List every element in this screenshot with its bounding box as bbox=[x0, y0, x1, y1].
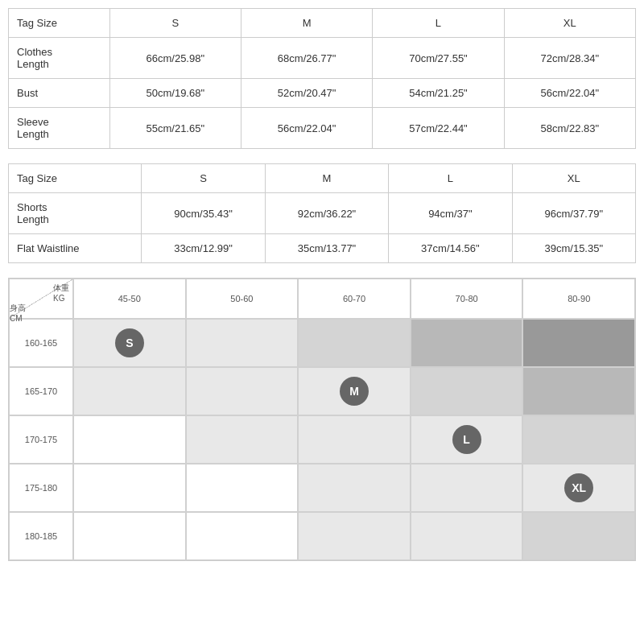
size-badge: L bbox=[452, 425, 481, 454]
size-value: 70cm/27.55" bbox=[373, 38, 504, 79]
chart-row-header: 160-165 bbox=[9, 319, 73, 367]
size-value: 66cm/25.98" bbox=[109, 38, 241, 79]
chart-data-cell bbox=[411, 512, 523, 560]
size-value: 33cm/12.99" bbox=[142, 234, 265, 263]
chart-data-cell bbox=[73, 464, 186, 512]
shorts-size-table: Tag SizeSMLXLShorts Length90cm/35.43"92c… bbox=[8, 163, 636, 263]
size-value: 92cm/36.22" bbox=[265, 193, 388, 234]
chart-col-header: 70-80 bbox=[411, 279, 523, 319]
chart-col-header: 45-50 bbox=[73, 279, 186, 319]
chart-data-cell: S bbox=[73, 319, 186, 367]
size-col-header: S bbox=[109, 9, 241, 38]
corner-height-label: 身高CM bbox=[10, 303, 26, 323]
size-value: 96cm/37.79" bbox=[512, 193, 635, 234]
row-label: Shorts Length bbox=[9, 193, 142, 234]
tag-size-header: Tag Size bbox=[9, 164, 142, 193]
chart-data-cell bbox=[186, 464, 299, 512]
size-value: 52cm/20.47" bbox=[241, 79, 372, 108]
size-badge: M bbox=[340, 377, 369, 406]
row-label: Sleeve Length bbox=[9, 108, 110, 149]
chart-data-cell bbox=[73, 367, 186, 415]
chart-data-cell bbox=[186, 512, 299, 560]
size-value: 68cm/26.77" bbox=[241, 38, 372, 79]
size-value: 94cm/37" bbox=[389, 193, 512, 234]
size-value: 58cm/22.83" bbox=[504, 108, 635, 149]
chart-data-cell: XL bbox=[522, 464, 635, 512]
chart-data-cell bbox=[522, 367, 635, 415]
size-badge: XL bbox=[564, 473, 593, 502]
chart-row-header: 175-180 bbox=[9, 464, 73, 512]
size-badge: S bbox=[115, 328, 144, 357]
row-label: Flat Waistline bbox=[9, 234, 142, 263]
chart-col-header: 50-60 bbox=[186, 279, 299, 319]
size-value: 55cm/21.65" bbox=[109, 108, 241, 149]
size-value: 56cm/22.04" bbox=[241, 108, 372, 149]
size-value: 90cm/35.43" bbox=[142, 193, 265, 234]
size-value: 57cm/22.44" bbox=[373, 108, 504, 149]
size-value: 54cm/21.25" bbox=[373, 79, 504, 108]
clothes-size-table: Tag SizeSMLXLClothes Length66cm/25.98"68… bbox=[8, 8, 636, 149]
chart-data-cell bbox=[298, 512, 411, 560]
chart-data-cell bbox=[411, 464, 523, 512]
size-col-header: S bbox=[142, 164, 265, 193]
chart-data-cell bbox=[186, 367, 299, 415]
chart-data-cell bbox=[298, 464, 411, 512]
chart-data-cell bbox=[73, 512, 186, 560]
chart-data-cell bbox=[298, 319, 411, 367]
chart-data-cell bbox=[186, 319, 299, 367]
size-value: 72cm/28.34" bbox=[504, 38, 635, 79]
chart-data-cell: M bbox=[298, 367, 411, 415]
size-value: 50cm/19.68" bbox=[109, 79, 241, 108]
chart-row-header: 170-175 bbox=[9, 415, 73, 464]
size-value: 35cm/13.77" bbox=[265, 234, 388, 263]
size-col-header: XL bbox=[512, 164, 635, 193]
chart-data-cell bbox=[298, 415, 411, 464]
size-col-header: M bbox=[265, 164, 388, 193]
corner-weight-label: 体重KG bbox=[53, 283, 69, 303]
chart-data-cell bbox=[522, 512, 635, 560]
chart-row-header: 180-185 bbox=[9, 512, 73, 560]
chart-data-cell bbox=[522, 319, 635, 367]
chart-data-cell bbox=[411, 367, 523, 415]
row-label: Clothes Length bbox=[9, 38, 110, 79]
size-value: 37cm/14.56" bbox=[389, 234, 512, 263]
chart-col-header: 60-70 bbox=[298, 279, 411, 319]
chart-data-cell bbox=[522, 415, 635, 464]
chart-corner: 体重KG身高CM bbox=[9, 279, 73, 319]
chart-col-header: 80-90 bbox=[522, 279, 635, 319]
chart-row-header: 165-170 bbox=[9, 367, 73, 415]
size-col-header: M bbox=[241, 9, 372, 38]
chart-data-cell bbox=[411, 319, 523, 367]
chart-data-cell bbox=[73, 415, 186, 464]
size-chart: 体重KG身高CM45-5050-6060-7070-8080-90160-165… bbox=[8, 278, 636, 561]
chart-data-cell bbox=[186, 415, 299, 464]
tag-size-header: Tag Size bbox=[9, 9, 110, 38]
size-col-header: L bbox=[389, 164, 512, 193]
size-value: 39cm/15.35" bbox=[512, 234, 635, 263]
size-col-header: XL bbox=[504, 9, 635, 38]
chart-data-cell: L bbox=[411, 415, 523, 464]
row-label: Bust bbox=[9, 79, 110, 108]
size-col-header: L bbox=[373, 9, 504, 38]
size-value: 56cm/22.04" bbox=[504, 79, 635, 108]
